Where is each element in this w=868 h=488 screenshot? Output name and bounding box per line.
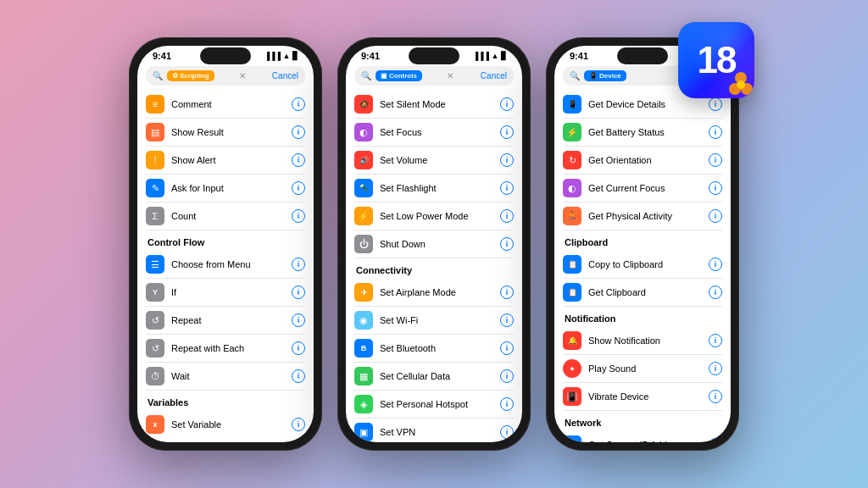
info-btn[interactable]: i bbox=[709, 153, 722, 167]
battery-icon: ⚡ bbox=[563, 123, 581, 141]
clear-search-2[interactable]: ✕ bbox=[447, 71, 453, 80]
list-item[interactable]: ↻ Get Orientation i bbox=[563, 147, 722, 175]
info-btn[interactable]: i bbox=[292, 209, 305, 223]
list-item[interactable]: ↺ Repeat with Each i bbox=[146, 335, 305, 363]
cancel-btn-2[interactable]: Cancel bbox=[481, 71, 507, 80]
info-btn[interactable]: i bbox=[709, 286, 722, 299]
list-item[interactable]: 📋 Get Clipboard i bbox=[563, 279, 722, 307]
item-label: Vibrate Device bbox=[588, 391, 702, 402]
info-btn[interactable]: i bbox=[709, 125, 722, 139]
list-item[interactable]: ⚡ Set Low Power Mode i bbox=[354, 202, 514, 230]
info-btn[interactable]: i bbox=[292, 153, 305, 167]
item-label: Ask for Input bbox=[171, 183, 285, 193]
list-item[interactable]: ● Play Sound i bbox=[563, 355, 722, 383]
low-power-icon: ⚡ bbox=[354, 207, 373, 225]
search-icon-3: 🔍 bbox=[570, 71, 580, 80]
list-item[interactable]: ◉ Set Wi-Fi i bbox=[354, 307, 514, 335]
info-btn[interactable]: i bbox=[292, 125, 305, 139]
info-btn[interactable]: i bbox=[292, 418, 305, 431]
item-label: Get Orientation bbox=[588, 155, 702, 165]
info-btn[interactable]: i bbox=[500, 341, 514, 355]
list-item[interactable]: x Set Variable i bbox=[146, 411, 305, 438]
info-btn[interactable]: i bbox=[292, 341, 305, 355]
clear-search-1[interactable]: ✕ bbox=[239, 71, 246, 80]
info-btn[interactable]: i bbox=[709, 97, 722, 111]
info-btn[interactable]: i bbox=[292, 258, 305, 271]
section-header: Variables bbox=[147, 397, 305, 408]
list-item[interactable]: ⏻ Shut Down i bbox=[354, 230, 514, 258]
list-item[interactable]: 📳 Vibrate Device i bbox=[563, 383, 722, 411]
info-btn[interactable]: i bbox=[500, 369, 514, 383]
info-btn[interactable]: i bbox=[500, 313, 514, 327]
list-item[interactable]: 🔔 Show Notification i bbox=[563, 327, 722, 355]
info-btn[interactable]: i bbox=[709, 209, 722, 223]
item-label: Set Wi-Fi bbox=[380, 315, 493, 325]
list-item[interactable]: ◐ Set Focus i bbox=[354, 119, 514, 147]
hotspot-icon: ◈ bbox=[354, 395, 373, 413]
list-item[interactable]: ▣ Set VPN i bbox=[354, 419, 514, 442]
item-label: Set Airplane Mode bbox=[380, 287, 493, 297]
list-item[interactable]: B Set Bluetooth i bbox=[354, 335, 514, 363]
info-btn[interactable]: i bbox=[500, 425, 514, 439]
info-btn[interactable]: i bbox=[292, 313, 305, 327]
play-sound-icon: ● bbox=[563, 359, 581, 378]
set-flashlight-icon: 🔦 bbox=[354, 179, 373, 197]
notch-1 bbox=[200, 47, 251, 64]
list-item[interactable]: Y If i bbox=[146, 279, 305, 307]
info-btn[interactable]: i bbox=[292, 181, 305, 195]
info-btn[interactable]: i bbox=[709, 258, 722, 271]
item-label: Show Result bbox=[171, 127, 285, 137]
info-btn[interactable]: i bbox=[709, 362, 722, 375]
list-item[interactable]: ! Show Alert i bbox=[146, 147, 305, 175]
cellular-icon: ▦ bbox=[354, 367, 373, 385]
list-item[interactable]: ✈ Set Airplane Mode i bbox=[354, 279, 514, 307]
list-item[interactable]: ⚡ Get Battery Status i bbox=[563, 119, 722, 147]
vibrate-icon: 📳 bbox=[563, 387, 581, 406]
info-btn[interactable]: i bbox=[292, 97, 305, 111]
info-btn[interactable]: i bbox=[500, 286, 514, 299]
list-item[interactable]: ☰ Choose from Menu i bbox=[146, 251, 305, 279]
item-label: Repeat with Each bbox=[171, 343, 285, 353]
list-item[interactable]: ⏱ Wait i bbox=[146, 363, 305, 391]
list-item[interactable]: ▤ Show Result i bbox=[146, 119, 305, 147]
search-bar-2[interactable]: 🔍 ▣ Controls ✕ Cancel bbox=[354, 66, 514, 86]
info-btn[interactable]: i bbox=[500, 209, 514, 223]
info-btn[interactable]: i bbox=[292, 369, 305, 383]
list-item[interactable]: ↺ Repeat i bbox=[146, 307, 305, 335]
list-item[interactable]: 📋 Copy to Clipboard i bbox=[563, 251, 722, 279]
list-item[interactable]: ◐ Get Current Focus i bbox=[563, 175, 722, 202]
search-icon-2: 🔍 bbox=[361, 71, 371, 80]
info-btn[interactable]: i bbox=[500, 97, 514, 111]
info-btn[interactable]: i bbox=[500, 397, 514, 411]
cancel-btn-1[interactable]: Cancel bbox=[272, 71, 298, 80]
list-item[interactable]: 🔊 Set Volume i bbox=[354, 147, 514, 175]
wait-icon: ⏱ bbox=[146, 367, 164, 385]
list-item[interactable]: 🔕 Set Silent Mode i bbox=[354, 91, 514, 119]
info-btn[interactable]: i bbox=[709, 438, 722, 442]
bluetooth-icon: B bbox=[354, 339, 373, 358]
list-item[interactable]: ◈ Set Personal Hotspot i bbox=[354, 391, 514, 419]
info-btn[interactable]: i bbox=[709, 390, 722, 403]
shutdown-icon: ⏻ bbox=[354, 235, 373, 253]
section-header: Connectivity bbox=[356, 265, 514, 275]
info-btn[interactable]: i bbox=[500, 237, 514, 251]
current-focus-icon: ◐ bbox=[563, 179, 581, 197]
list-item[interactable]: ▦ Set Cellular Data i bbox=[354, 363, 514, 391]
status-time-1: 9:41 bbox=[153, 51, 171, 61]
list-item[interactable]: 🏃 Get Physical Activity i bbox=[563, 202, 722, 230]
info-btn[interactable]: i bbox=[709, 181, 722, 195]
list-item[interactable]: ◉ Get Current IP Address i bbox=[563, 431, 722, 442]
show-alert-icon: ! bbox=[146, 151, 164, 169]
info-btn[interactable]: i bbox=[500, 125, 514, 139]
repeat-each-icon: ↺ bbox=[146, 339, 164, 358]
info-btn[interactable]: i bbox=[709, 334, 722, 347]
list-item[interactable]: 🔦 Set Flashlight i bbox=[354, 175, 514, 202]
list-item[interactable]: Σ Count i bbox=[146, 202, 305, 230]
item-label: Set Flashlight bbox=[380, 183, 493, 193]
search-bar-1[interactable]: 🔍 ⚙ Scripting ✕ Cancel bbox=[146, 66, 305, 86]
info-btn[interactable]: i bbox=[500, 153, 514, 167]
list-item[interactable]: ≡ Comment i bbox=[146, 91, 305, 119]
list-item[interactable]: ✎ Ask for Input i bbox=[146, 175, 305, 202]
info-btn[interactable]: i bbox=[500, 181, 514, 195]
info-btn[interactable]: i bbox=[292, 286, 305, 299]
